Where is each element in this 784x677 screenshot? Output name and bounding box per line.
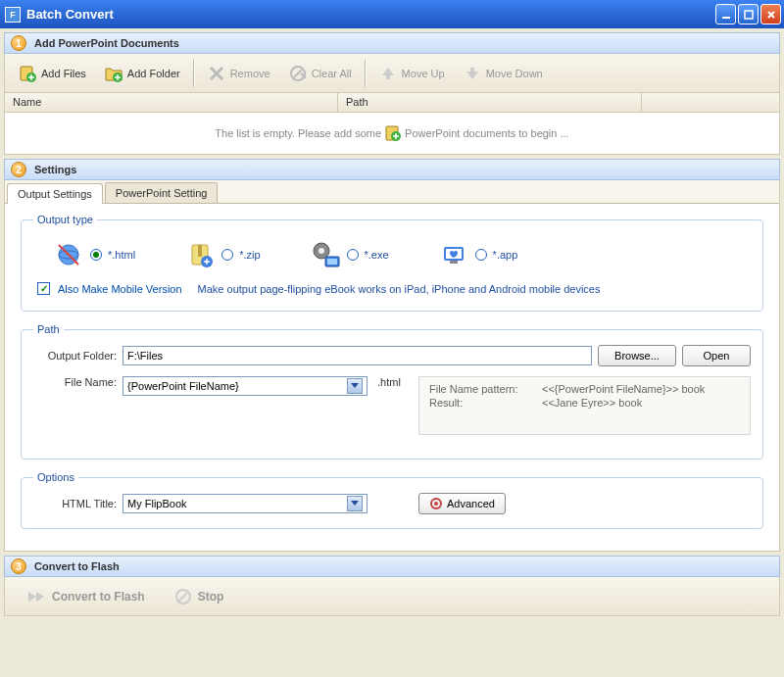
move-down-icon bbox=[463, 64, 482, 83]
html-title-label: HTML Title: bbox=[33, 498, 117, 509]
section-convert-title: Convert to Flash bbox=[34, 560, 120, 572]
file-name-input[interactable] bbox=[127, 380, 347, 392]
convert-label: Convert to Flash bbox=[52, 590, 145, 604]
file-name-label: File Name: bbox=[33, 376, 117, 388]
svg-point-22 bbox=[434, 502, 438, 506]
move-up-icon bbox=[378, 64, 398, 83]
output-type-app[interactable]: *.app bbox=[438, 239, 518, 270]
col-path[interactable]: Path bbox=[338, 93, 642, 112]
browse-button[interactable]: Browse... bbox=[598, 345, 676, 366]
move-down-label: Move Down bbox=[486, 68, 543, 79]
stop-icon bbox=[174, 588, 192, 605]
window-titlebar: F Batch Convert bbox=[0, 0, 784, 28]
path-legend: Path bbox=[33, 323, 64, 335]
advanced-button[interactable]: Advanced bbox=[418, 493, 506, 514]
mobile-checkbox[interactable]: ✓ bbox=[37, 282, 50, 295]
exe-icon bbox=[310, 239, 341, 270]
settings-tabs: Output Settings PowerPoint Setting bbox=[5, 180, 779, 204]
file-name-dropdown[interactable] bbox=[347, 378, 363, 394]
tab-content: Output type *.html *.zip bbox=[5, 204, 779, 551]
output-folder-label: Output Folder: bbox=[33, 350, 117, 362]
step-2-badge: 2 bbox=[11, 162, 26, 177]
add-folder-button[interactable]: Add Folder bbox=[95, 59, 189, 88]
tab-output-settings[interactable]: Output Settings bbox=[7, 183, 103, 204]
convert-to-flash-button[interactable]: Convert to Flash bbox=[24, 586, 145, 607]
convert-icon bbox=[24, 586, 46, 607]
maximize-button[interactable] bbox=[738, 4, 759, 24]
mobile-desc: Make output page-flipping eBook works on… bbox=[198, 283, 601, 295]
close-button[interactable] bbox=[760, 4, 781, 24]
add-files-label: Add Files bbox=[41, 68, 86, 79]
add-folder-icon bbox=[104, 64, 123, 83]
tab-powerpoint-setting[interactable]: PowerPoint Setting bbox=[105, 182, 219, 203]
options-fieldset: Options HTML Title: Advanced bbox=[21, 471, 763, 529]
step-3-badge: 3 bbox=[11, 558, 26, 574]
convert-footer: Convert to Flash Stop bbox=[4, 577, 780, 616]
remove-button[interactable]: Remove bbox=[198, 59, 279, 88]
col-name[interactable]: Name bbox=[5, 93, 338, 112]
app-icon: F bbox=[5, 7, 21, 23]
minimize-button[interactable] bbox=[715, 4, 736, 24]
section-settings-header: 2 Settings bbox=[4, 159, 780, 180]
svg-rect-20 bbox=[450, 261, 458, 264]
window-title: Batch Convert bbox=[26, 7, 715, 22]
pattern-box: File Name pattern: <<{PowerPoint FileNam… bbox=[418, 376, 751, 435]
add-files-button[interactable]: Add Files bbox=[9, 59, 95, 88]
empty-msg-after: PowerPoint documents to begin ... bbox=[405, 127, 569, 139]
powerpoint-icon bbox=[384, 124, 402, 142]
col-spacer bbox=[642, 93, 779, 112]
svg-rect-0 bbox=[722, 17, 730, 19]
clear-all-icon bbox=[288, 64, 308, 83]
file-name-combo[interactable] bbox=[122, 376, 368, 396]
section-add-title: Add PowerPoint Documents bbox=[34, 37, 179, 49]
svg-rect-17 bbox=[327, 259, 337, 265]
clear-all-label: Clear All bbox=[312, 68, 352, 79]
html-title-dropdown[interactable] bbox=[347, 496, 363, 511]
zip-icon bbox=[184, 239, 216, 270]
exe-radio[interactable] bbox=[347, 249, 359, 261]
path-fieldset: Path Output Folder: Browse... Open File … bbox=[21, 323, 763, 459]
html-radio[interactable] bbox=[90, 249, 102, 261]
add-toolbar: Add Files Add Folder Remove Clea bbox=[4, 54, 780, 93]
stop-button[interactable]: Stop bbox=[174, 588, 224, 605]
output-type-html[interactable]: *.html bbox=[53, 239, 135, 270]
file-list-header: Name Path bbox=[5, 93, 779, 113]
output-folder-input[interactable] bbox=[122, 346, 592, 365]
svg-rect-1 bbox=[745, 11, 753, 19]
output-type-zip[interactable]: *.zip bbox=[184, 239, 260, 270]
result-label: Result: bbox=[429, 397, 542, 409]
advanced-label: Advanced bbox=[447, 498, 495, 509]
zip-radio[interactable] bbox=[221, 249, 233, 261]
html-label: *.html bbox=[108, 249, 135, 261]
file-list-body: The list is empty. Please add some Power… bbox=[5, 113, 779, 154]
move-down-button[interactable]: Move Down bbox=[454, 59, 552, 88]
move-up-button[interactable]: Move Up bbox=[369, 59, 454, 88]
output-type-legend: Output type bbox=[33, 214, 97, 225]
svg-point-15 bbox=[318, 248, 324, 254]
advanced-icon bbox=[429, 497, 443, 510]
html-title-combo[interactable] bbox=[122, 494, 368, 513]
section-settings-title: Settings bbox=[34, 164, 76, 175]
remove-icon bbox=[207, 64, 226, 83]
file-ext-label: .html bbox=[373, 376, 413, 388]
exe-label: *.exe bbox=[365, 249, 389, 261]
step-1-badge: 1 bbox=[11, 35, 26, 51]
app-label: *.app bbox=[493, 249, 518, 261]
mobile-label: Also Make Mobile Version bbox=[58, 283, 182, 295]
svg-rect-12 bbox=[198, 245, 202, 257]
clear-all-button[interactable]: Clear All bbox=[279, 59, 361, 88]
options-legend: Options bbox=[33, 471, 78, 483]
open-button[interactable]: Open bbox=[682, 345, 751, 366]
remove-label: Remove bbox=[230, 68, 270, 79]
pattern-label: File Name pattern: bbox=[429, 383, 542, 395]
add-folder-label: Add Folder bbox=[127, 68, 180, 79]
move-up-label: Move Up bbox=[402, 68, 445, 79]
app-radio[interactable] bbox=[475, 249, 487, 261]
file-list: Name Path The list is empty. Please add … bbox=[4, 93, 780, 155]
result-value: <<Jane Eyre>> book bbox=[542, 397, 642, 409]
html-title-input[interactable] bbox=[127, 498, 347, 509]
add-files-icon bbox=[18, 64, 37, 83]
zip-label: *.zip bbox=[239, 249, 260, 261]
output-type-exe[interactable]: *.exe bbox=[310, 239, 389, 270]
pattern-value: <<{PowerPoint FileName}>> book bbox=[542, 383, 705, 395]
